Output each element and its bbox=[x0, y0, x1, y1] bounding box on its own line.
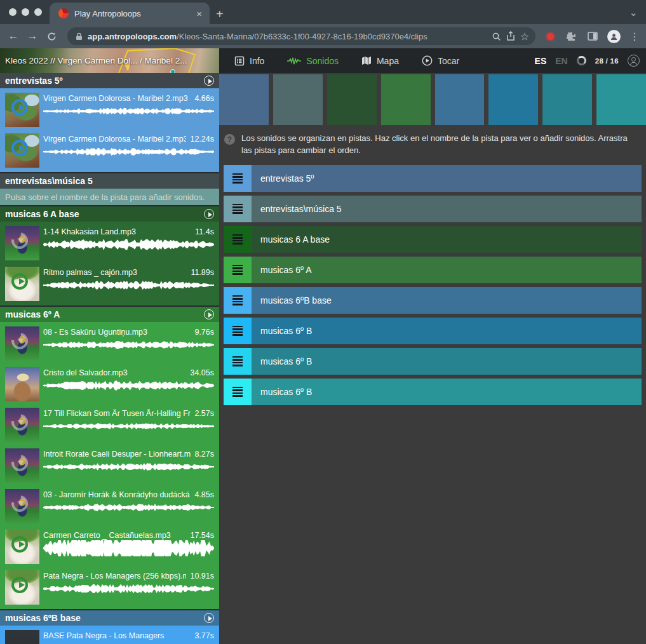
track-section-header[interactable]: musicas 6ºB base bbox=[0, 610, 219, 626]
waveform[interactable] bbox=[43, 379, 214, 392]
clip-thumbnail[interactable] bbox=[5, 267, 39, 301]
track-color-swatch[interactable] bbox=[381, 74, 431, 125]
play-icon[interactable] bbox=[11, 536, 28, 553]
track-color-swatch[interactable] bbox=[542, 74, 592, 125]
tab-mapa[interactable]: Mapa bbox=[361, 56, 399, 66]
lock-icon[interactable] bbox=[76, 32, 83, 41]
zoom-page-icon[interactable] bbox=[492, 32, 501, 41]
track-name[interactable]: musicas 6ºB base bbox=[252, 287, 332, 314]
track-color-swatch[interactable] bbox=[488, 74, 538, 125]
waveform[interactable] bbox=[43, 105, 214, 117]
clip-thumbnail[interactable] bbox=[5, 570, 39, 605]
track-color-swatch[interactable] bbox=[435, 74, 485, 125]
waveform[interactable] bbox=[43, 238, 214, 251]
play-icon[interactable] bbox=[11, 577, 28, 593]
audio-clip[interactable]: Carmen Carreto _ Castañuelas.mp317.54s bbox=[0, 527, 219, 567]
close-window-button[interactable] bbox=[9, 8, 17, 16]
maximize-window-button[interactable] bbox=[34, 8, 42, 16]
extensions-puzzle-icon[interactable] bbox=[566, 31, 576, 41]
audio-clip[interactable]: 17 Till Flickan Som Är Tusen År-Halling … bbox=[0, 405, 219, 445]
audio-clip[interactable]: Pata Negra - Los Managers (256 kbps).mp3… bbox=[0, 567, 219, 608]
clip-thumbnail[interactable] bbox=[5, 326, 39, 361]
lang-en-button[interactable]: EN bbox=[555, 56, 567, 66]
waveform[interactable] bbox=[43, 279, 214, 292]
audio-clip[interactable]: Cristo del Salvador.mp334.05s bbox=[0, 364, 219, 405]
track-section-header[interactable]: entrevistas\música 5 bbox=[0, 173, 219, 189]
waveform[interactable] bbox=[43, 339, 214, 351]
profile-avatar[interactable] bbox=[607, 30, 621, 43]
track-color-swatch[interactable] bbox=[219, 74, 269, 125]
tab-sonidos[interactable]: Sonidos bbox=[287, 56, 339, 66]
tab-info[interactable]: Info bbox=[234, 56, 264, 66]
section-play-icon[interactable] bbox=[204, 309, 214, 319]
audio-clip[interactable]: BASE Pata Negra - Los Managers3.77s bbox=[0, 627, 219, 644]
account-icon[interactable] bbox=[628, 55, 640, 67]
track-color-swatch[interactable] bbox=[327, 74, 377, 125]
new-tab-button[interactable]: + bbox=[216, 8, 224, 20]
play-icon[interactable] bbox=[11, 140, 28, 156]
audio-clip[interactable]: Ritmo palmas _ cajón.mp311.89s bbox=[0, 264, 219, 304]
track-section-header[interactable]: musicas 6 A base bbox=[0, 206, 219, 222]
clip-thumbnail[interactable] bbox=[5, 630, 39, 644]
browser-menu-icon[interactable]: ⋮ bbox=[629, 30, 640, 43]
track-section-header[interactable]: musicas 6º A bbox=[0, 307, 219, 322]
map-preview-image[interactable]: Kleos 2022 // Virgen Carmen Dol... / Mar… bbox=[0, 48, 219, 73]
section-play-icon[interactable] bbox=[204, 76, 214, 86]
minimize-window-button[interactable] bbox=[22, 8, 29, 16]
track-row[interactable]: entrevistas\música 5 bbox=[224, 196, 642, 222]
track-row[interactable]: musicas 6º B bbox=[224, 318, 642, 344]
back-button[interactable]: ← bbox=[5, 30, 22, 43]
waveform[interactable] bbox=[43, 460, 214, 473]
clip-thumbnail[interactable] bbox=[5, 448, 39, 483]
waveform[interactable] bbox=[43, 145, 214, 158]
section-play-icon[interactable] bbox=[204, 613, 214, 623]
track-color-swatch[interactable] bbox=[596, 74, 646, 125]
clip-thumbnail[interactable] bbox=[5, 93, 39, 127]
bookmark-star-icon[interactable]: ☆ bbox=[520, 30, 529, 43]
track-row[interactable]: musicas 6º B bbox=[224, 348, 642, 375]
drag-handle[interactable] bbox=[224, 226, 252, 253]
waveform[interactable] bbox=[43, 420, 214, 433]
track-name[interactable]: musicas 6 A base bbox=[252, 226, 330, 253]
address-bar[interactable]: app.antropoloops.com/Kleos-Santa-Marina/… bbox=[67, 27, 535, 45]
browser-tab[interactable]: Play Antropoloops × bbox=[50, 3, 210, 24]
section-play-icon[interactable] bbox=[204, 209, 214, 219]
drag-handle[interactable] bbox=[224, 318, 252, 344]
tab-search-chevron-icon[interactable]: ⌄ bbox=[629, 8, 637, 18]
track-row[interactable]: musicas 6ºB base bbox=[224, 287, 642, 314]
close-tab-icon[interactable]: × bbox=[195, 8, 203, 19]
waveform[interactable] bbox=[43, 582, 214, 595]
track-name[interactable]: entrevistas\música 5 bbox=[252, 196, 342, 222]
audio-clip[interactable]: 08 - Es Sakūru Uguntiņu.mp39.76s bbox=[0, 323, 219, 364]
clip-thumbnail[interactable] bbox=[5, 226, 39, 260]
audio-clip[interactable]: Virgen Carmen Dolorosa - Maribel 2.mp34.… bbox=[0, 90, 219, 130]
track-name[interactable]: entrevistas 5º bbox=[252, 165, 314, 192]
drag-handle[interactable] bbox=[224, 348, 252, 375]
audio-clip[interactable]: Introit Rorate Caeli Desuper - Lionheart… bbox=[0, 445, 219, 486]
side-panel-icon[interactable] bbox=[588, 31, 598, 41]
breadcrumb[interactable]: Kleos 2022 // Virgen Carmen Dol... / Mar… bbox=[5, 48, 187, 73]
track-color-swatch[interactable] bbox=[273, 74, 323, 125]
clip-thumbnail[interactable] bbox=[5, 408, 39, 442]
clip-thumbnail[interactable] bbox=[5, 133, 39, 168]
track-row[interactable]: musicas 6º A bbox=[224, 257, 642, 283]
waveform[interactable] bbox=[43, 501, 214, 514]
track-row[interactable]: musicas 6 A base bbox=[224, 226, 642, 253]
drag-handle[interactable] bbox=[224, 196, 252, 222]
play-icon[interactable] bbox=[11, 99, 28, 116]
track-name[interactable]: musicas 6º B bbox=[252, 379, 312, 405]
play-icon[interactable] bbox=[11, 273, 28, 290]
drag-handle[interactable] bbox=[224, 165, 252, 192]
clip-thumbnail[interactable] bbox=[5, 530, 39, 564]
audio-clip[interactable]: 03 - Jaromír Horák & Konrádyho dudácká .… bbox=[0, 486, 219, 527]
track-section-header[interactable]: entrevistas 5º bbox=[0, 73, 219, 88]
lang-es-button[interactable]: ES bbox=[535, 56, 547, 66]
clip-thumbnail[interactable] bbox=[5, 489, 39, 523]
recording-extension-icon[interactable] bbox=[547, 33, 554, 40]
drag-handle[interactable] bbox=[224, 379, 252, 405]
share-icon[interactable] bbox=[506, 31, 515, 41]
clip-thumbnail[interactable] bbox=[5, 367, 39, 401]
drag-handle[interactable] bbox=[224, 287, 252, 314]
audio-clip[interactable]: 1-14 Khakasian Land.mp311.4s bbox=[0, 223, 219, 264]
track-name[interactable]: musicas 6º A bbox=[252, 257, 312, 283]
